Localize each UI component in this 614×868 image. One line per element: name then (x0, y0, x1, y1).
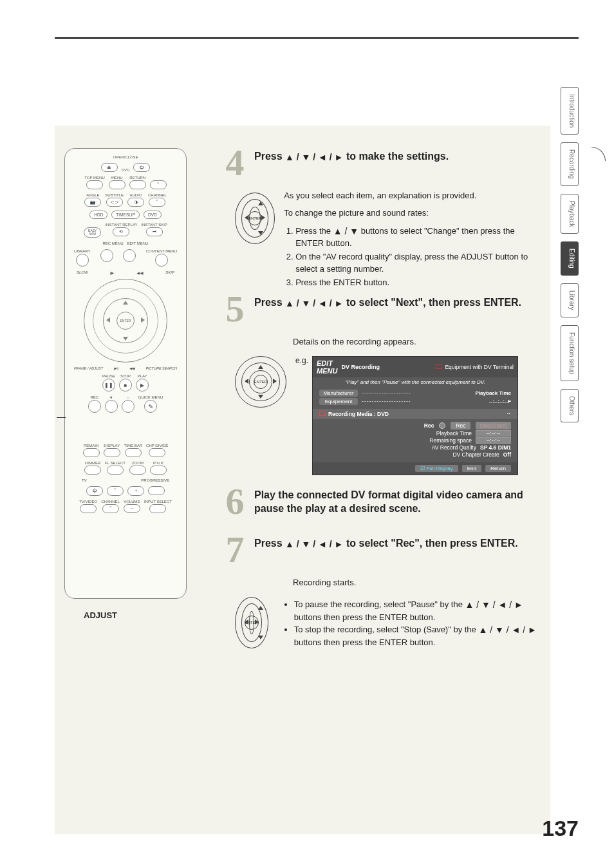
osd-end-button[interactable]: End (462, 465, 481, 472)
display-button[interactable] (104, 448, 120, 457)
enter-diagram-3: ENTER (235, 597, 268, 648)
zoom-button[interactable] (129, 466, 146, 475)
content-menu-button[interactable] (155, 254, 168, 267)
lbl-pause: PAUSE (102, 374, 115, 378)
lbl-open-close: OPEN/CLOSE (113, 155, 138, 159)
content-bracket-top (591, 147, 606, 161)
tab-recording[interactable]: Recording (561, 142, 579, 186)
adjust-callout-line (57, 417, 66, 418)
enter-diagram: ENTER (235, 193, 275, 244)
lbl-star: ★ (109, 395, 113, 399)
circle-button[interactable] (122, 400, 135, 413)
osd-stop-button[interactable]: Stop(Save) (476, 422, 511, 429)
lbl-pinp: P in P (153, 461, 163, 465)
step-6: 6 Play the connected DV format digital v… (222, 486, 544, 517)
step-4-li1: Press the ▲ / ▼ buttons to select "Chang… (295, 225, 544, 250)
tv-ch-down-button[interactable]: ˅ (102, 504, 119, 513)
instant-replay-button[interactable]: ⟲ (113, 227, 129, 236)
timeslip-button[interactable]: TIMESLIP (111, 211, 140, 219)
left-icon (106, 317, 110, 323)
step-7-b2: To stop the recording, select "Stop (Sav… (294, 623, 544, 648)
step-4-li2: On the "AV record quality" display, pres… (295, 251, 544, 276)
dimmer-button[interactable] (84, 466, 101, 475)
time-bar-button[interactable] (125, 448, 142, 457)
tab-others[interactable]: Others (561, 389, 579, 422)
step-4: 4 Press ▲ / ▼ / ◄ / ► to make the settin… (222, 147, 544, 178)
stop-button[interactable]: ■ (119, 379, 132, 392)
tab-editing[interactable]: Editing (561, 241, 579, 276)
audio-button[interactable]: ◑ (127, 198, 144, 207)
lbl-fl-select: FL SELECT (105, 461, 126, 465)
power-button[interactable]: ⏻ (133, 163, 150, 172)
dvd-button[interactable]: DVD (144, 211, 162, 219)
osd-instruction: "Play" and then "Pause" with the connect… (313, 377, 517, 387)
osd-rec-button[interactable]: Rec (451, 422, 470, 429)
osd-panel: EDIT MENU DV Recording Equipment with DV… (312, 356, 518, 475)
tab-playback[interactable]: Playback (561, 194, 579, 234)
osd-pb-time-k: Playback Time (411, 430, 472, 437)
red-icon (436, 364, 442, 369)
lbl-subtitle: SUBTITLE (105, 193, 124, 197)
lbl-content-menu: CONTENT MENU (146, 249, 177, 253)
tv-ch-up-button[interactable]: ˄ (107, 486, 124, 496)
tab-library[interactable]: Library (561, 283, 579, 317)
menu-button[interactable] (109, 180, 126, 189)
step-7-b1: To pause the recording, select "Pause" b… (294, 598, 544, 623)
tv-power-button[interactable]: ⏻ (86, 486, 103, 496)
star-button[interactable] (105, 400, 118, 413)
osd-title: DV Recording (341, 364, 380, 370)
nav-ring[interactable]: ENTER (84, 279, 167, 363)
pause-button[interactable]: ❚❚ (102, 379, 115, 392)
record-button[interactable] (88, 400, 101, 413)
lbl-return: RETURN (129, 176, 145, 180)
osd-equip: Equipment with DV Terminal (445, 364, 514, 370)
return-button[interactable] (129, 180, 146, 189)
enter-button[interactable]: ENTER (116, 312, 135, 330)
osd-full-display-button[interactable]: ☑ Full Display (415, 465, 458, 472)
remain-button[interactable] (83, 448, 100, 457)
library-button[interactable] (76, 254, 89, 267)
instant-skip-button[interactable]: ↦ (146, 227, 163, 236)
osd-playback-time-value: --:--:--:--F (489, 399, 511, 404)
tab-introduction[interactable]: Introduction (561, 87, 579, 135)
tvvideo-button[interactable] (80, 504, 97, 513)
lbl-library: LIBRARY (74, 249, 91, 253)
input-select-button[interactable] (149, 504, 166, 513)
header-rule (55, 37, 579, 39)
quick-menu-button[interactable]: ✎ (144, 400, 157, 413)
angle-button[interactable]: 📷 (84, 198, 101, 207)
progressive-button[interactable] (148, 486, 165, 495)
lbl-angle: ANGLE (86, 193, 99, 197)
osd-remaining-k: Remaining space (411, 437, 472, 444)
tab-function-setup[interactable]: Function setup (561, 325, 579, 382)
hdd-button[interactable]: HDD (89, 211, 107, 219)
lbl-volume: VOLUME (124, 500, 140, 504)
easy-navi-button[interactable]: EASY NAVI (84, 227, 101, 238)
fl-select-button[interactable] (107, 466, 124, 475)
pinp-button[interactable] (150, 466, 167, 475)
play-button[interactable]: ▶ (136, 379, 149, 392)
step-5: 5 Press ▲ / ▼ / ◄ / ► to select "Next", … (222, 293, 544, 325)
subtitle-button[interactable]: ⊂⊃ (106, 198, 123, 207)
up-icon (123, 301, 128, 305)
edit-menu-button[interactable] (123, 249, 136, 262)
channel-down-button[interactable]: ˅ (149, 198, 165, 207)
lbl-instant-replay: INSTANT REPLAY (105, 223, 137, 227)
tv-vol-up-button[interactable]: ＋ (127, 486, 144, 496)
top-menu-button[interactable] (86, 180, 103, 189)
remote-control: OPEN/CLOSE ⏏ DVD ⏻ TOP MENU MENU RETURN … (64, 148, 187, 599)
rec-menu-button[interactable] (100, 249, 113, 262)
step-4-li3: Press the ENTER button. (295, 277, 544, 289)
lbl-play: PLAY (138, 374, 147, 378)
lbl-display: DISPLAY (104, 444, 120, 448)
chp-divide-button[interactable] (149, 448, 165, 457)
tv-vol-down-button[interactable]: − (124, 504, 140, 513)
osd-return-button[interactable]: Return (485, 465, 511, 472)
step-5-body: Details on the recording appears. (293, 336, 544, 348)
open-close-button[interactable]: ⏏ (101, 163, 118, 172)
eg-label: e.g. (295, 356, 308, 365)
lbl-stop: STOP (120, 374, 131, 378)
lbl-frame-adjust: FRAME / ADJUST (74, 366, 103, 370)
osd-remaining-v: --:--:-- (476, 437, 511, 444)
channel-up-button[interactable]: ˄ (150, 180, 167, 189)
